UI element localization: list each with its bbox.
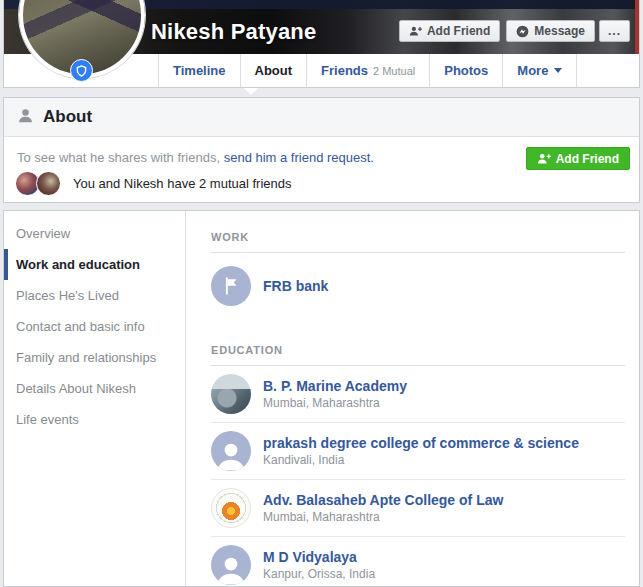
tab-friends[interactable]: Friends 2 Mutual bbox=[306, 54, 429, 87]
person-icon[interactable] bbox=[211, 545, 251, 585]
friend-request-text: To see what he shares with friends, send… bbox=[17, 150, 374, 165]
sidebar-item-overview[interactable]: Overview bbox=[4, 218, 185, 249]
add-friend-label: Add Friend bbox=[427, 24, 490, 38]
education-item-name[interactable]: Adv. Balasaheb Apte College of Law bbox=[263, 491, 503, 509]
friend-request-text-prefix: To see what he shares with friends, bbox=[17, 150, 224, 165]
education-item: prakash degree college of commerce & sci… bbox=[211, 422, 625, 479]
work-education-panel: WORK FRB bank EDUCATION B. P. Marine Aca… bbox=[186, 211, 639, 586]
about-title: About bbox=[43, 107, 92, 127]
add-friend-green-label: Add Friend bbox=[556, 152, 619, 166]
education-item-name[interactable]: prakash degree college of commerce & sci… bbox=[263, 434, 579, 452]
friend-request-panel: To see what he shares with friends, send… bbox=[4, 137, 639, 202]
education-item: Adv. Balasaheb Apte College of Law Mumba… bbox=[211, 479, 625, 536]
work-section-header: WORK bbox=[211, 231, 625, 253]
education-item-location: Kanpur, Orissa, India bbox=[263, 567, 375, 582]
work-item: FRB bank bbox=[211, 253, 625, 315]
education-item-name[interactable]: B. P. Marine Academy bbox=[263, 377, 407, 395]
mutual-count-badge: 2 Mutual bbox=[373, 65, 415, 77]
ellipsis-icon: ... bbox=[608, 24, 621, 38]
chevron-down-icon bbox=[554, 68, 562, 73]
education-item-location: Mumbai, Maharashtra bbox=[263, 396, 407, 411]
education-item-location: Mumbai, Maharashtra bbox=[263, 510, 503, 525]
about-section-card: About To see what he shares with friends… bbox=[3, 97, 640, 203]
messenger-icon bbox=[516, 25, 529, 38]
message-button[interactable]: Message bbox=[506, 20, 595, 42]
education-section-header: EDUCATION bbox=[211, 344, 625, 366]
more-options-button[interactable]: ... bbox=[599, 20, 630, 42]
active-tab-indicator bbox=[244, 88, 258, 95]
flag-icon[interactable] bbox=[211, 266, 251, 306]
about-section-header: About bbox=[4, 98, 639, 137]
education-item-name[interactable]: M D Vidyalaya bbox=[263, 548, 375, 566]
cover-photo-detail bbox=[635, 0, 639, 55]
about-sidebar: Overview Work and education Places He's … bbox=[4, 211, 186, 586]
sidebar-item-life-events[interactable]: Life events bbox=[4, 404, 185, 435]
message-label: Message bbox=[534, 24, 585, 38]
add-friend-green-button[interactable]: Add Friend bbox=[526, 147, 630, 170]
education-item: M D Vidyalaya Kanpur, Orissa, India bbox=[211, 536, 625, 587]
mutual-friends-text: You and Nikesh have 2 mutual friends bbox=[73, 176, 292, 191]
profile-badge-icon[interactable] bbox=[70, 59, 93, 82]
profile-name: Nikesh Patyane bbox=[151, 19, 316, 45]
tab-photos-label: Photos bbox=[444, 63, 488, 78]
sidebar-item-places-lived[interactable]: Places He's Lived bbox=[4, 280, 185, 311]
sidebar-item-contact-basic-info[interactable]: Contact and basic info bbox=[4, 311, 185, 342]
send-friend-request-link[interactable]: send him a friend request. bbox=[224, 150, 374, 165]
work-item-name[interactable]: FRB bank bbox=[263, 278, 328, 294]
education-item: B. P. Marine Academy Mumbai, Maharashtra bbox=[211, 366, 625, 422]
tab-timeline-label: Timeline bbox=[173, 63, 226, 78]
education-item-location: Kandivali, India bbox=[263, 453, 579, 468]
person-icon[interactable] bbox=[211, 431, 251, 471]
sidebar-item-work-education[interactable]: Work and education bbox=[4, 249, 185, 280]
profile-action-buttons: Add Friend Message ... bbox=[399, 20, 630, 42]
school-logo-avatar[interactable] bbox=[211, 488, 251, 528]
school-photo-avatar[interactable] bbox=[211, 374, 251, 414]
mutual-friends-row: You and Nikesh have 2 mutual friends bbox=[15, 171, 292, 196]
person-icon bbox=[17, 107, 34, 128]
tab-photos[interactable]: Photos bbox=[429, 54, 502, 87]
add-friend-icon bbox=[537, 152, 551, 165]
add-friend-icon bbox=[409, 25, 422, 37]
sidebar-item-family-relationships[interactable]: Family and relationships bbox=[4, 342, 185, 373]
tab-timeline[interactable]: Timeline bbox=[158, 54, 240, 87]
sidebar-item-details-about[interactable]: Details About Nikesh bbox=[4, 373, 185, 404]
add-friend-button[interactable]: Add Friend bbox=[399, 20, 500, 42]
tab-more-label: More bbox=[517, 63, 548, 78]
mutual-friend-avatar[interactable] bbox=[36, 171, 61, 196]
tab-about[interactable]: About bbox=[240, 54, 307, 87]
about-content-card: Overview Work and education Places He's … bbox=[3, 210, 640, 587]
tab-friends-label: Friends bbox=[321, 63, 368, 78]
tab-about-label: About bbox=[255, 63, 293, 78]
tab-more[interactable]: More bbox=[502, 54, 577, 87]
